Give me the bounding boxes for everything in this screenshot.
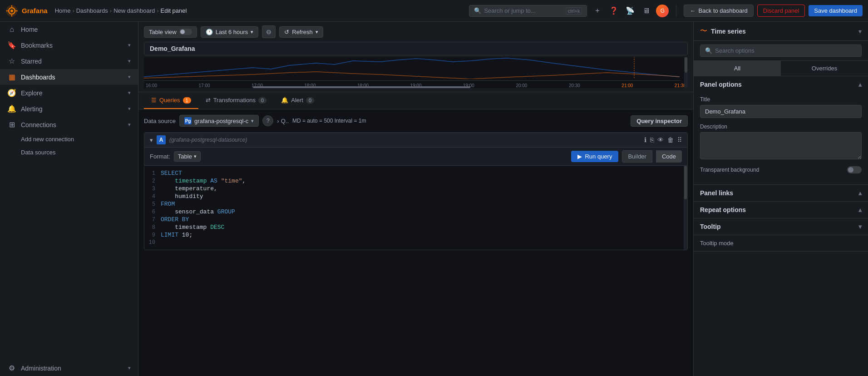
sidebar-item-alerting[interactable]: 🔔 Alerting ▾ <box>0 101 138 117</box>
code-button[interactable]: Code <box>656 150 682 163</box>
chevron-down-icon: ▾ <box>316 29 318 35</box>
chevron-up-icon: ▴ <box>858 189 862 197</box>
panel-links-header[interactable]: Panel links ▴ <box>694 185 868 201</box>
sidebar-item-starred[interactable]: ☆ Starred ▾ <box>0 53 138 69</box>
sidebar-item-dashboards[interactable]: ▦ Dashboards ▾ <box>0 69 138 85</box>
chevron-up-icon: ▴ <box>858 81 862 88</box>
chevron-down-icon: ▾ <box>128 90 131 96</box>
sidebar-item-label: Dashboards <box>21 74 123 81</box>
panel-title: Demo_Grafana <box>150 45 195 52</box>
title-field-label: Title <box>700 96 862 103</box>
time-range-label: Last 6 hours <box>216 29 248 35</box>
options-search-input[interactable]: 🔍 Search options <box>700 45 862 57</box>
add-menu-button[interactable]: ＋ <box>591 4 604 18</box>
sidebar: ⌂ Home 🔖 Bookmarks ▾ ☆ Starred ▾ ▦ Dashb… <box>0 22 138 376</box>
bookmark-icon: 🔖 <box>7 41 16 49</box>
breadcrumb-home[interactable]: Home <box>55 7 71 14</box>
toggle-switch[interactable] <box>179 29 192 35</box>
sidebar-item-administration[interactable]: ⚙ Administration ▾ <box>0 360 138 376</box>
sidebar-sub-item-data-sources[interactable]: Data sources <box>0 146 138 159</box>
query-info-icon[interactable]: ℹ <box>644 136 646 143</box>
query-drag-icon[interactable]: ⠿ <box>677 136 682 143</box>
format-select[interactable]: Table ▾ <box>174 151 201 162</box>
chevron-down-icon: ▾ <box>128 122 131 128</box>
tooltip-header[interactable]: Tooltip ▾ <box>694 218 868 235</box>
query-delete-icon[interactable]: 🗑 <box>667 136 674 143</box>
panel-options-header[interactable]: Panel options ▴ <box>694 76 868 93</box>
transparent-toggle[interactable] <box>847 166 862 173</box>
tooltip-label: Tooltip <box>700 223 721 230</box>
content-area: Table view 🕐 Last 6 hours ▾ ⊖ ↺ Refresh <box>138 22 693 376</box>
refresh-button[interactable]: ↺ Refresh ▾ <box>279 26 323 38</box>
zoom-out-icon: ⊖ <box>266 28 271 35</box>
chart-axis <box>144 80 681 81</box>
query-copy-icon[interactable]: ⎘ <box>650 136 654 143</box>
query-hide-icon[interactable]: 👁 <box>657 136 664 143</box>
tab-queries[interactable]: ☰ Queries 1 <box>144 92 198 109</box>
viz-type-header: 〜 Time series ▾ <box>694 22 868 41</box>
search-icon: 🔍 <box>474 7 481 14</box>
description-textarea[interactable] <box>700 132 862 159</box>
sidebar-item-explore[interactable]: 🧭 Explore ▾ <box>0 85 138 101</box>
panel-options-search: 🔍 Search options <box>694 41 868 61</box>
breadcrumb-new-dashboard[interactable]: New dashboard <box>113 7 155 14</box>
back-to-dashboard-button[interactable]: ← Back to dashboard <box>684 5 753 17</box>
chevron-down-icon: ▾ <box>128 58 131 64</box>
tab-alert[interactable]: 🔔 Alert 0 <box>274 92 321 109</box>
expand-query-button[interactable]: › Q.. <box>277 118 289 124</box>
editor-scrollbar[interactable] <box>684 166 687 250</box>
clock-icon: 🕐 <box>206 29 213 35</box>
app-logo[interactable]: Grafana <box>5 5 48 17</box>
zoom-out-button[interactable]: ⊖ <box>262 25 276 38</box>
connections-icon: ⊞ <box>7 120 16 129</box>
time-range-button[interactable]: 🕐 Last 6 hours ▾ <box>201 26 259 38</box>
builder-button[interactable]: Builder <box>622 150 652 163</box>
query-inspector-button[interactable]: Query inspector <box>631 115 688 127</box>
user-avatar[interactable]: G <box>656 5 669 17</box>
sidebar-item-label: Alerting <box>21 105 123 113</box>
query-content: Data source Pg grafana-postgresql-c ▾ ? … <box>138 109 693 376</box>
title-input[interactable] <box>700 105 862 118</box>
collapse-query-button[interactable]: ▾ <box>150 137 153 143</box>
toggle-knob <box>180 30 185 34</box>
panel-options-section: Panel options ▴ Title Description Transp… <box>694 76 868 185</box>
chart-scrollbar[interactable] <box>253 86 470 88</box>
repeat-options-section: Repeat options ▴ <box>694 202 868 218</box>
help-button[interactable]: ❓ <box>607 4 621 18</box>
tab-overrides[interactable]: Overrides <box>781 61 868 76</box>
transparent-label: Transparent background <box>700 167 759 173</box>
breadcrumb-dashboards[interactable]: Dashboards <box>76 7 108 14</box>
table-view-toggle[interactable]: Table view <box>144 26 197 38</box>
datasource-select[interactable]: Pg grafana-postgresql-c ▾ <box>179 115 259 127</box>
alerts-button[interactable]: 🖥 <box>640 4 653 18</box>
sql-editor[interactable]: 1 SELECT 2 timestamp AS "time", 3 temper… <box>144 166 687 250</box>
chevron-down-icon: ▾ <box>128 106 131 112</box>
save-dashboard-button[interactable]: Save dashboard <box>809 5 863 16</box>
sidebar-item-bookmarks[interactable]: 🔖 Bookmarks ▾ <box>0 37 138 53</box>
dashboards-icon: ▦ <box>7 73 16 81</box>
search-shortcut: ctrl+k <box>566 7 582 15</box>
sidebar-item-connections[interactable]: ⊞ Connections ▾ <box>0 117 138 133</box>
tab-transformations[interactable]: ⇄ Transformations 0 <box>198 92 274 109</box>
discard-panel-button[interactable]: Discard panel <box>757 5 805 17</box>
svg-point-2 <box>10 10 13 12</box>
global-search[interactable]: 🔍 Search or jump to... ctrl+k <box>469 5 587 17</box>
editor-scrollbar-thumb <box>684 166 687 199</box>
repeat-options-header[interactable]: Repeat options ▴ <box>694 202 868 218</box>
star-icon: ☆ <box>7 57 16 65</box>
all-overrides-tabs: All Overrides <box>694 61 868 76</box>
run-query-button[interactable]: ▶ Run query <box>571 151 618 162</box>
sidebar-sub-item-add-connection[interactable]: Add new connection <box>0 133 138 146</box>
table-view-label: Table view <box>149 29 177 35</box>
sidebar-item-home[interactable]: ⌂ Home <box>0 22 138 37</box>
breadcrumb: Home › Dashboards › New dashboard › Edit… <box>55 7 187 14</box>
tooltip-mode-section: Tooltip mode <box>694 235 868 252</box>
notifications-bell-button[interactable]: 📡 <box>623 4 637 18</box>
viz-collapse-icon[interactable]: ▾ <box>858 28 862 35</box>
query-format-bar: Format: Table ▾ ▶ Run query Builder Code <box>144 148 687 166</box>
tooltip-mode-header[interactable]: Tooltip mode <box>694 235 868 251</box>
tab-all[interactable]: All <box>694 61 781 76</box>
panel-links-section: Panel links ▴ <box>694 185 868 202</box>
datasource-help-button[interactable]: ? <box>262 115 273 126</box>
tab-alert-label: Alert <box>291 97 303 104</box>
